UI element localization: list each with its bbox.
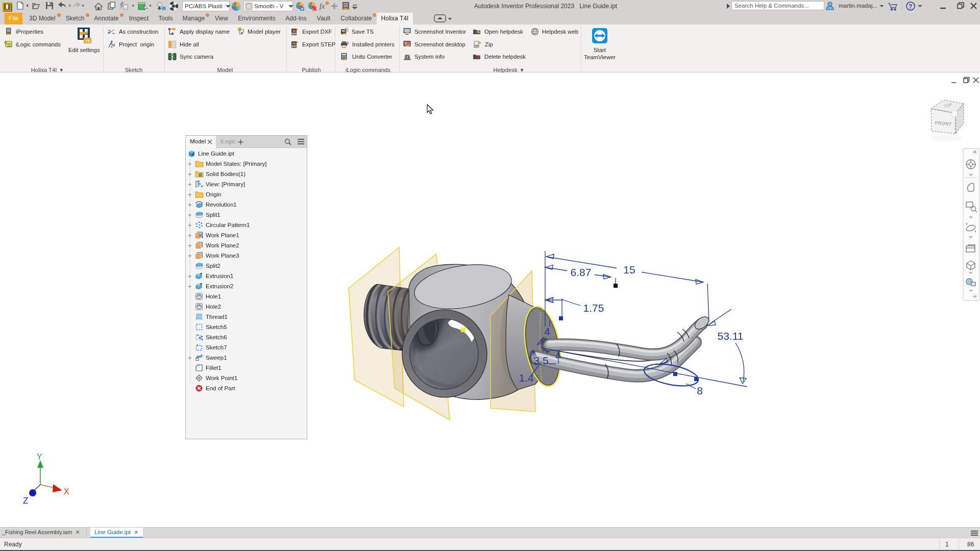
svg-text:ZIP: ZIP xyxy=(475,44,479,47)
svg-text:?: ? xyxy=(909,3,912,10)
svg-text:3.5: 3.5 xyxy=(533,355,548,366)
svg-text:?: ? xyxy=(346,41,349,46)
svg-text:DXF: DXF xyxy=(292,33,297,35)
svg-text:1.75: 1.75 xyxy=(583,302,604,314)
svg-text:fx: fx xyxy=(320,3,325,10)
svg-text:Z: Z xyxy=(23,496,28,506)
svg-text:Y: Y xyxy=(37,453,42,461)
svg-text:8: 8 xyxy=(697,385,703,396)
svg-text:6.87: 6.87 xyxy=(571,266,592,278)
svg-text:1.4: 1.4 xyxy=(519,372,534,384)
svg-text:T4I: T4I xyxy=(85,39,90,43)
svg-text:X: X xyxy=(64,487,69,496)
svg-text:15: 15 xyxy=(623,264,635,276)
svg-text:STP: STP xyxy=(292,45,297,48)
svg-text:53.11: 53.11 xyxy=(718,330,744,342)
svg-text:4: 4 xyxy=(544,325,550,337)
